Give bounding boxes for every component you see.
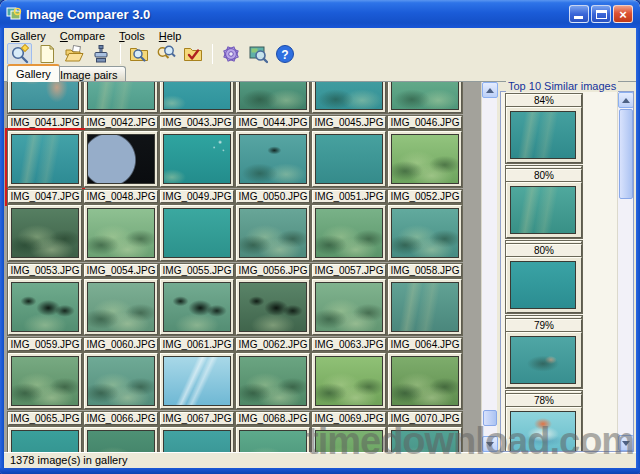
scroll-up-icon[interactable]: [618, 92, 634, 108]
gallery-thumbnail-IMG_0056.JPG[interactable]: IMG_0056.JPG: [236, 205, 310, 277]
scroll-up-icon[interactable]: [482, 82, 498, 98]
similarity-percent: 79%: [506, 319, 582, 332]
gallery-thumbnail-partial[interactable]: [236, 427, 310, 452]
tab-gallery[interactable]: Gallery: [7, 64, 60, 82]
gallery-thumbnail-IMG_0061.JPG[interactable]: IMG_0061.JPG: [160, 279, 234, 351]
folder-search-icon[interactable]: [126, 43, 151, 65]
thumbnail-frame: [84, 427, 158, 452]
gallery-thumbnail-IMG_0068.JPG[interactable]: IMG_0068.JPG: [236, 353, 310, 425]
thumbnail-frame: [8, 82, 82, 113]
gallery-thumbnail-partial[interactable]: [312, 427, 386, 452]
gallery-thumbnail-partial[interactable]: [84, 427, 158, 452]
magnifier-badge-icon[interactable]: [7, 43, 32, 65]
gallery-thumbnail-IMG_0067.JPG[interactable]: IMG_0067.JPG: [160, 353, 234, 425]
thumbnail-frame: [8, 353, 82, 409]
thumbnail-filename: IMG_0042.JPG: [84, 116, 158, 129]
gallery-thumbnail-IMG_0046.JPG[interactable]: IMG_0046.JPG: [388, 82, 462, 129]
gallery-thumbnail-IMG_0051.JPG[interactable]: IMG_0051.JPG: [312, 131, 386, 203]
close-icon[interactable]: ×: [613, 5, 633, 23]
photo-search-icon[interactable]: [245, 43, 270, 65]
toolbar-separator: [212, 44, 213, 64]
thumbnail-filename: IMG_0068.JPG: [236, 412, 310, 425]
thumbnail-frame: [506, 257, 582, 313]
thumbnail-image: [87, 134, 155, 184]
thumbnail-image: [315, 356, 383, 406]
gallery-thumbnail-partial[interactable]: [8, 427, 82, 452]
gallery-thumbnail-IMG_0062.JPG[interactable]: IMG_0062.JPG: [236, 279, 310, 351]
gallery-thumbnail-IMG_0042.JPG[interactable]: IMG_0042.JPG: [84, 82, 158, 129]
help-icon[interactable]: ?: [272, 43, 297, 65]
menu-tools[interactable]: Tools: [112, 29, 152, 43]
clamp-icon[interactable]: [88, 43, 113, 65]
gallery-thumbnail-IMG_0050.JPG[interactable]: IMG_0050.JPG: [236, 131, 310, 203]
gallery-thumbnail-IMG_0055.JPG[interactable]: IMG_0055.JPG: [160, 205, 234, 277]
gallery-thumbnail-IMG_0058.JPG[interactable]: IMG_0058.JPG: [388, 205, 462, 277]
thumbnail-frame: [388, 353, 462, 409]
gallery-thumbnail-IMG_0064.JPG[interactable]: IMG_0064.JPG: [388, 279, 462, 351]
thumbnail-filename: IMG_0061.JPG: [160, 338, 234, 351]
gallery-thumbnail-IMG_0043.JPG[interactable]: IMG_0043.JPG: [160, 82, 234, 129]
menu-help[interactable]: Help: [152, 29, 189, 43]
similar-item-IMG_0043.JPG[interactable]: 80%IMG_0043.JPG: [506, 169, 582, 254]
tab-image-pairs[interactable]: Image pairs: [51, 66, 126, 81]
scroll-down-icon[interactable]: [482, 436, 498, 452]
gallery-thumbnail-IMG_0059.JPG[interactable]: IMG_0059.JPG: [8, 279, 82, 351]
gallery-thumbnail-IMG_0066.JPG[interactable]: IMG_0066.JPG: [84, 353, 158, 425]
thumbnail-filename: IMG_0062.JPG: [236, 338, 310, 351]
similar-item-IMG_0146.JPG[interactable]: 79%IMG_0146.JPG: [506, 319, 582, 404]
gallery-thumbnail-IMG_0045.JPG[interactable]: IMG_0045.JPG: [312, 82, 386, 129]
gallery-thumbnail-IMG_0057.JPG[interactable]: IMG_0057.JPG: [312, 205, 386, 277]
folder-check-icon[interactable]: [180, 43, 205, 65]
thumbnail-frame: [236, 279, 310, 335]
thumbnail-image: [11, 356, 79, 406]
gallery-thumbnail-IMG_0041.JPG[interactable]: IMG_0041.JPG: [8, 82, 82, 129]
maximize-icon[interactable]: [591, 5, 611, 23]
gallery-thumbnail-IMG_0048.JPG[interactable]: IMG_0048.JPG: [84, 131, 158, 203]
gallery-thumbnail-partial[interactable]: [160, 427, 234, 452]
gallery-thumbnail-IMG_0063.JPG[interactable]: IMG_0063.JPG: [312, 279, 386, 351]
thumbnail-filename: IMG_0043.JPG: [160, 116, 234, 129]
gallery-thumbnail-IMG_0044.JPG[interactable]: IMG_0044.JPG: [236, 82, 310, 129]
gear-icon[interactable]: [218, 43, 243, 65]
title-bar[interactable]: Image Comparer 3.0 ×: [0, 0, 640, 28]
thumbnail-image: [239, 282, 307, 332]
thumbnail-frame: [506, 332, 582, 388]
thumbnail-filename: IMG_0045.JPG: [312, 116, 386, 129]
thumbnail-image: [391, 82, 459, 110]
menu-compare[interactable]: Compare: [53, 29, 112, 43]
gallery-thumbnail-IMG_0053.JPG[interactable]: IMG_0053.JPG: [8, 205, 82, 277]
minimize-icon[interactable]: [569, 5, 589, 23]
thumbnail-frame: [160, 353, 234, 409]
thumbnail-filename: IMG_0065.JPG: [8, 412, 82, 425]
thumbnail-image: [315, 282, 383, 332]
gallery-thumbnail-IMG_0052.JPG[interactable]: IMG_0052.JPG: [388, 131, 462, 203]
gallery-thumbnail-IMG_0065.JPG[interactable]: IMG_0065.JPG: [8, 353, 82, 425]
gallery-thumbnail-IMG_0069.JPG[interactable]: IMG_0069.JPG: [312, 353, 386, 425]
gallery-thumbnail-IMG_0047.JPG[interactable]: IMG_0047.JPG: [8, 131, 82, 203]
similar-images-panel: Top 10 Similar images 84%IMG_0130.JPG80%…: [498, 82, 636, 452]
thumbnail-image: [315, 134, 383, 184]
gallery-thumbnail-IMG_0070.JPG[interactable]: IMG_0070.JPG: [388, 353, 462, 425]
thumbnail-image: [163, 134, 231, 184]
thumbnail-filename: IMG_0060.JPG: [84, 338, 158, 351]
gallery-tab-page: IMG_0041.JPGIMG_0042.JPGIMG_0043.JPGIMG_…: [4, 82, 636, 452]
similar-item-IMG_0133.JPG[interactable]: 80%IMG_0133.JPG: [506, 244, 582, 329]
gallery-scrollbar-thumb[interactable]: [483, 410, 497, 426]
gallery-thumbnail-partial[interactable]: [388, 427, 462, 452]
similar-item[interactable]: 78%: [506, 394, 582, 452]
window-border-right: [636, 28, 640, 474]
similar-item-IMG_0130.JPG[interactable]: 84%IMG_0130.JPG: [506, 94, 582, 179]
thumbnail-frame: [84, 353, 158, 409]
gallery-thumbnail-IMG_0049.JPG[interactable]: IMG_0049.JPG: [160, 131, 234, 203]
menu-gallery[interactable]: Gallery: [4, 29, 53, 43]
gallery-thumbnail-IMG_0060.JPG[interactable]: IMG_0060.JPG: [84, 279, 158, 351]
similar-panel-scrollbar[interactable]: [617, 92, 633, 451]
scroll-down-icon[interactable]: [618, 435, 634, 451]
gallery-thumbnail-IMG_0054.JPG[interactable]: IMG_0054.JPG: [84, 205, 158, 277]
gallery-scrollbar[interactable]: [481, 82, 497, 452]
open-folder-icon[interactable]: [61, 43, 86, 65]
dual-magnifier-icon[interactable]: [153, 43, 178, 65]
similar-scrollbar-thumb[interactable]: [619, 109, 633, 199]
tab-bar: Gallery Image pairs: [4, 64, 636, 81]
new-page-icon[interactable]: [34, 43, 59, 65]
